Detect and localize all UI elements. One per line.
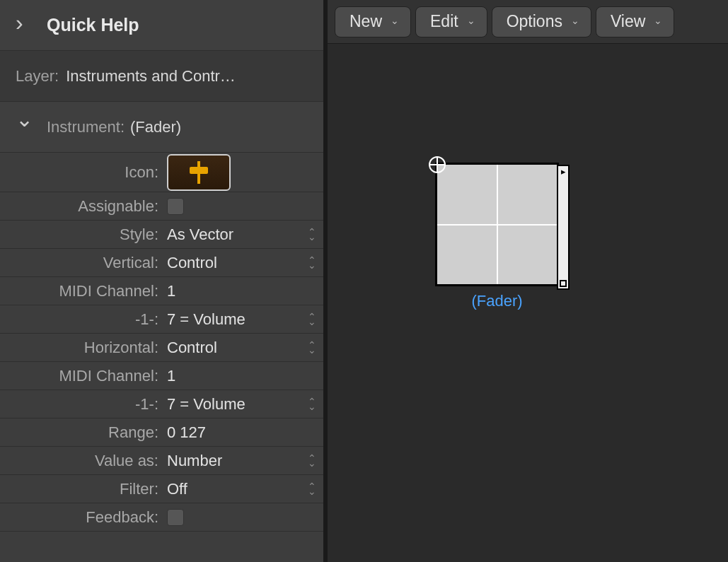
environment-canvas[interactable]: ▸ (Fader): [328, 44, 728, 562]
chevron-right-icon: [16, 16, 35, 35]
fader-icon: [185, 158, 213, 187]
prop-midi-v-label: MIDI Channel:: [0, 282, 163, 300]
stepper-icon[interactable]: ⌃⌄: [301, 456, 323, 466]
stepper-icon[interactable]: ⌃⌄: [301, 258, 323, 268]
prop-midi-v-row[interactable]: MIDI Channel: 1: [0, 277, 323, 305]
chevron-down-icon: ⌄: [571, 15, 579, 26]
prop-icon-row: Icon:: [0, 153, 323, 192]
stepper-icon[interactable]: ⌃⌄: [301, 315, 323, 324]
fader-object-label: (Fader): [435, 292, 559, 310]
instrument-header[interactable]: Instrument: (Fader): [0, 102, 323, 153]
prop-feedback-row: Feedback:: [0, 503, 323, 532]
quick-help-title: Quick Help: [47, 15, 139, 35]
prop-range-value: 0 127: [163, 423, 301, 442]
icon-picker[interactable]: [167, 154, 231, 191]
assignable-checkbox[interactable]: [167, 198, 184, 215]
prop-assignable-row: Assignable:: [0, 192, 323, 221]
prop-midi-v-value: 1: [163, 282, 301, 300]
prop-filter-row[interactable]: Filter: Off ⌃⌄: [0, 475, 323, 503]
vector-fader-pad[interactable]: ▸: [435, 163, 559, 286]
prop-midi-h-label: MIDI Channel:: [0, 367, 163, 385]
stepper-icon[interactable]: ⌃⌄: [301, 343, 323, 353]
view-menu[interactable]: View ⌄: [596, 6, 674, 37]
stepper-icon[interactable]: ⌃⌄: [301, 484, 323, 494]
instrument-value: (Fader): [130, 118, 181, 136]
stepper-icon[interactable]: ⌃⌄: [301, 230, 323, 240]
prop-cc-h-label: -1-:: [0, 395, 163, 414]
prop-vertical-value: Control: [163, 254, 301, 272]
prop-cc-v-label: -1-:: [0, 310, 163, 329]
toolbar: New ⌄ Edit ⌄ Options ⌄ View ⌄: [328, 0, 728, 44]
new-label: New: [349, 12, 382, 31]
layer-label: Layer:: [16, 67, 59, 86]
fader-object[interactable]: ▸ (Fader): [435, 163, 559, 310]
prop-valueas-row[interactable]: Value as: Number ⌃⌄: [0, 447, 323, 475]
new-menu[interactable]: New ⌄: [335, 6, 411, 37]
options-label: Options: [507, 12, 562, 31]
prop-style-label: Style:: [0, 226, 163, 244]
instrument-label: Instrument:: [47, 118, 125, 136]
quick-help-header[interactable]: Quick Help: [0, 0, 323, 51]
triangle-right-icon: ▸: [558, 166, 568, 176]
prop-icon-label: Icon:: [0, 163, 163, 182]
prop-cc-v-row[interactable]: -1-: 7 = Volume ⌃⌄: [0, 305, 323, 334]
selection-origin-handle[interactable]: [429, 156, 446, 173]
prop-horizontal-row[interactable]: Horizontal: Control ⌃⌄: [0, 334, 323, 362]
prop-style-row[interactable]: Style: As Vector ⌃⌄: [0, 221, 323, 249]
chevron-down-icon: ⌄: [391, 15, 399, 26]
prop-range-label: Range:: [0, 423, 163, 442]
inspector-panel: Quick Help Layer: Instruments and Contr……: [0, 0, 328, 562]
chevron-down-icon: ⌄: [467, 15, 475, 26]
edit-menu[interactable]: Edit ⌄: [415, 6, 487, 37]
fader-scroll-track[interactable]: ▸: [557, 165, 570, 290]
feedback-checkbox[interactable]: [167, 509, 184, 526]
stepper-icon[interactable]: ⌃⌄: [301, 399, 323, 409]
prop-horizontal-value: Control: [163, 339, 301, 357]
layer-row[interactable]: Layer: Instruments and Contr…: [0, 51, 323, 102]
prop-cc-h-value: 7 = Volume: [163, 395, 301, 414]
options-menu[interactable]: Options ⌄: [492, 6, 591, 37]
chevron-down-icon: ⌄: [654, 15, 662, 26]
prop-filter-value: Off: [163, 480, 301, 498]
view-label: View: [611, 12, 645, 31]
workspace: New ⌄ Edit ⌄ Options ⌄ View ⌄ ▸: [328, 0, 728, 562]
prop-vertical-row[interactable]: Vertical: Control ⌃⌄: [0, 249, 323, 277]
prop-valueas-value: Number: [163, 452, 301, 470]
prop-range-row[interactable]: Range: 0 127: [0, 418, 323, 447]
edit-label: Edit: [430, 12, 458, 31]
chevron-down-icon: [16, 118, 35, 136]
prop-filter-label: Filter:: [0, 480, 163, 498]
prop-vertical-label: Vertical:: [0, 254, 163, 272]
prop-midi-h-row[interactable]: MIDI Channel: 1: [0, 362, 323, 390]
prop-midi-h-value: 1: [163, 367, 301, 385]
prop-valueas-label: Value as:: [0, 452, 163, 470]
prop-cc-h-row[interactable]: -1-: 7 = Volume ⌃⌄: [0, 390, 323, 418]
prop-assignable-label: Assignable:: [0, 197, 163, 216]
resize-handle-icon[interactable]: [560, 280, 567, 287]
prop-cc-v-value: 7 = Volume: [163, 310, 301, 329]
prop-style-value: As Vector: [163, 226, 301, 244]
prop-horizontal-label: Horizontal:: [0, 339, 163, 357]
prop-feedback-label: Feedback:: [0, 508, 163, 527]
layer-value: Instruments and Contr…: [66, 67, 236, 86]
